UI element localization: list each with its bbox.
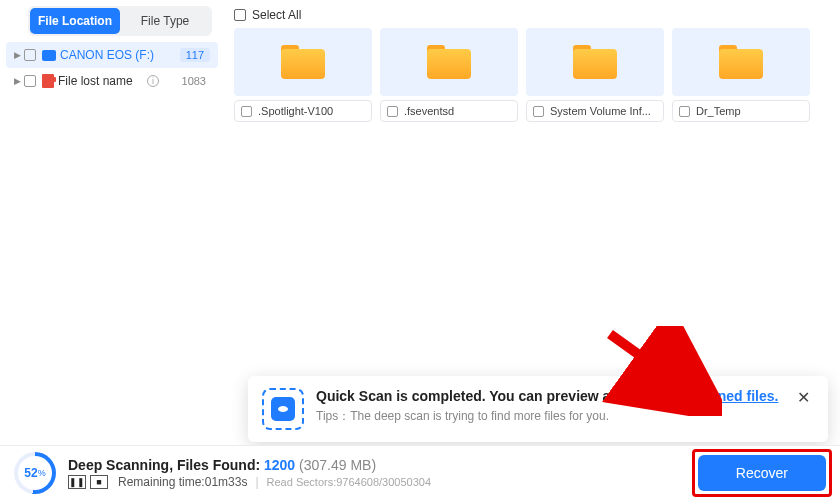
tree-label: CANON EOS (F:) [60,48,154,62]
folder-icon [427,45,471,79]
recover-highlight: Recover [698,455,826,491]
app-shell: File Location File Type ▶ CANON EOS (F:)… [0,0,840,440]
folder-name: System Volume Inf... [550,105,651,117]
notice-title-text: Quick Scan is completed. You can preview… [316,388,631,404]
folder-caption: System Volume Inf... [526,100,664,122]
sectors-value: 9764608/30050304 [336,476,431,488]
remaining-label: Remaining time: [118,475,205,489]
sidebar-tabs: File Location File Type [28,6,212,36]
scan-status: Deep Scanning, Files Found: 1200 (307.49… [68,457,698,473]
folder-name: .fseventsd [404,105,454,117]
progress-ring: 52% [14,452,56,494]
files-found: 1200 [264,457,295,473]
scan-title: Deep Scanning, Files Found: [68,457,264,473]
close-icon[interactable]: ✕ [793,388,814,407]
folder-icon [719,45,763,79]
tab-file-location[interactable]: File Location [30,8,120,34]
tree-label: File lost name [58,74,133,88]
caret-icon: ▶ [14,50,22,60]
recover-link[interactable]: recover scanned files. [631,388,778,404]
notice-body: Quick Scan is completed. You can preview… [316,388,793,425]
checkbox[interactable] [24,75,36,87]
folder-name: .Spotlight-V100 [258,105,333,117]
folder-card[interactable]: .Spotlight-V100 [234,28,372,122]
folder-thumb [380,28,518,96]
sectors-label: Read Sectors: [267,476,337,488]
folder-caption: Dr_Temp [672,100,810,122]
tree-count: 1083 [178,75,210,87]
folder-icon [281,45,325,79]
stop-button[interactable]: ■ [90,475,108,489]
progress-value: 52% [18,456,52,490]
tree-item-drive[interactable]: ▶ CANON EOS (F:) 117 [6,42,218,68]
folder-thumb [526,28,664,96]
tree-item-lost[interactable]: ▶ File lost name i 1083 [6,68,218,94]
select-all-row[interactable]: Select All [234,8,828,22]
tab-file-type[interactable]: File Type [120,8,210,34]
main-panel: Select All .Spotlight-V100 .fseventsd Sy… [222,0,840,440]
drive-icon [42,50,56,61]
folder-thumb [234,28,372,96]
checkbox[interactable] [24,49,36,61]
tree: ▶ CANON EOS (F:) 117 ▶ File lost name i … [6,42,218,94]
folder-icon [573,45,617,79]
folder-grid: .Spotlight-V100 .fseventsd System Volume… [234,28,828,122]
footer-body: Deep Scanning, Files Found: 1200 (307.49… [68,457,698,489]
folder-caption: .fseventsd [380,100,518,122]
tree-count: 117 [180,48,210,62]
checkbox[interactable] [234,9,246,21]
checkbox[interactable] [533,106,544,117]
recover-button[interactable]: Recover [698,455,826,491]
select-all-label: Select All [252,8,301,22]
footer: 52% Deep Scanning, Files Found: 1200 (30… [0,445,840,500]
folder-card[interactable]: Dr_Temp [672,28,810,122]
divider: | [255,475,258,489]
remaining-time: 01m33s [205,475,248,489]
caret-icon: ▶ [14,76,22,86]
notice-title: Quick Scan is completed. You can preview… [316,388,793,404]
folder-card[interactable]: System Volume Inf... [526,28,664,122]
folder-name: Dr_Temp [696,105,741,117]
notice-subtitle: Tips：The deep scan is trying to find mor… [316,408,793,425]
scan-details: ❚❚ ■ Remaining time: 01m33s | Read Secto… [68,475,698,489]
files-size: (307.49 MB) [295,457,376,473]
preview-icon [262,388,304,430]
lost-file-icon [42,74,54,88]
checkbox[interactable] [679,106,690,117]
checkbox[interactable] [387,106,398,117]
sidebar: File Location File Type ▶ CANON EOS (F:)… [0,0,222,440]
pause-button[interactable]: ❚❚ [68,475,86,489]
folder-card[interactable]: .fseventsd [380,28,518,122]
folder-thumb [672,28,810,96]
info-icon[interactable]: i [147,75,159,87]
quick-scan-notice: Quick Scan is completed. You can preview… [248,376,828,442]
checkbox[interactable] [241,106,252,117]
folder-caption: .Spotlight-V100 [234,100,372,122]
